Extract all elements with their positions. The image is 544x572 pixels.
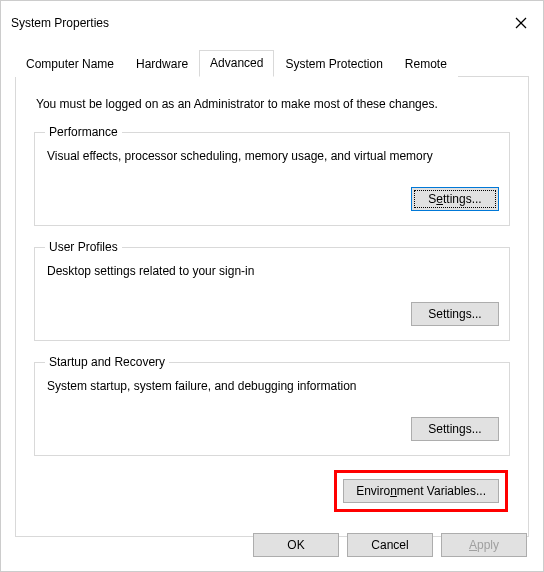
performance-settings-button[interactable]: Settings... <box>411 187 499 211</box>
tab-content-advanced: You must be logged on as an Administrato… <box>15 77 529 537</box>
cancel-button[interactable]: Cancel <box>347 533 433 557</box>
dialog-footer: OK Cancel Apply <box>253 533 527 557</box>
close-button[interactable] <box>509 11 533 35</box>
tab-advanced[interactable]: Advanced <box>199 50 274 77</box>
group-performance-legend: Performance <box>45 125 122 139</box>
tab-hardware[interactable]: Hardware <box>125 51 199 77</box>
tab-computer-name[interactable]: Computer Name <box>15 51 125 77</box>
apply-button[interactable]: Apply <box>441 533 527 557</box>
user-profiles-settings-button[interactable]: Settings... <box>411 302 499 326</box>
tab-remote[interactable]: Remote <box>394 51 458 77</box>
group-startup-legend: Startup and Recovery <box>45 355 169 369</box>
highlight-box: Environment Variables... <box>334 470 508 512</box>
group-startup-recovery: Startup and Recovery System startup, sys… <box>34 355 510 456</box>
admin-notice: You must be logged on as an Administrato… <box>36 97 508 111</box>
startup-desc: System startup, system failure, and debu… <box>47 379 497 393</box>
ok-button[interactable]: OK <box>253 533 339 557</box>
group-user-profiles: User Profiles Desktop settings related t… <box>34 240 510 341</box>
tab-system-protection[interactable]: System Protection <box>274 51 393 77</box>
startup-settings-button[interactable]: Settings... <box>411 417 499 441</box>
group-user-profiles-legend: User Profiles <box>45 240 122 254</box>
user-profiles-desc: Desktop settings related to your sign-in <box>47 264 497 278</box>
close-icon <box>515 17 527 29</box>
group-performance: Performance Visual effects, processor sc… <box>34 125 510 226</box>
window-title: System Properties <box>11 16 109 30</box>
tab-strip: Computer Name Hardware Advanced System P… <box>15 49 529 77</box>
performance-desc: Visual effects, processor scheduling, me… <box>47 149 497 163</box>
environment-variables-button[interactable]: Environment Variables... <box>343 479 499 503</box>
